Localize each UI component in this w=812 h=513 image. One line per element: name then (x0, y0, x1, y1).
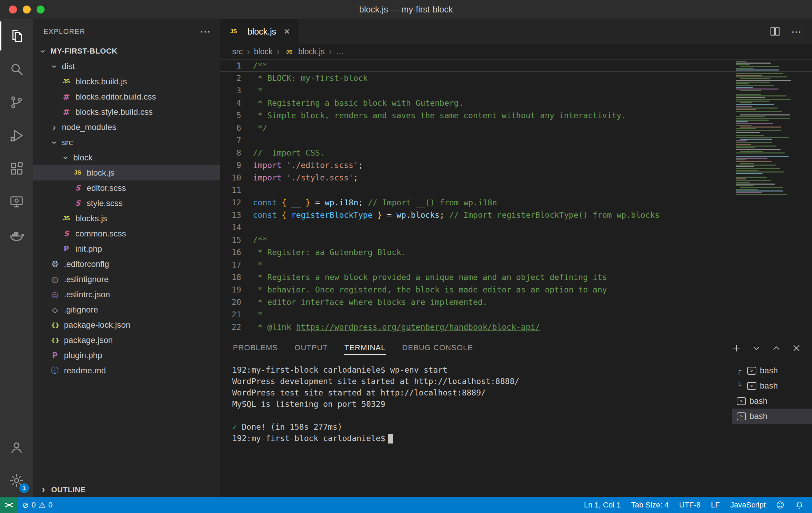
tree-item[interactable]: #blocks.editor.build.css (33, 89, 220, 104)
activity-explorer-button[interactable] (0, 19, 33, 53)
code-line[interactable]: 20 * editor interface where blocks are i… (220, 296, 812, 308)
tree-item[interactable]: Pinit.php (33, 241, 220, 256)
code-line[interactable]: 5 * Simple block, renders and saves the … (220, 109, 812, 122)
line-text: * editor interface where blocks are impl… (253, 296, 488, 308)
tree-item[interactable]: #blocks.style.build.css (33, 104, 220, 120)
tree-item[interactable]: ›block (33, 150, 220, 165)
code-line[interactable]: 21 * (220, 308, 812, 321)
remote-indicator[interactable]: >< (0, 497, 17, 513)
code-line[interactable]: 4 * Registering a basic block with Guten… (220, 97, 812, 109)
breadcrumb-item-file[interactable]: block.js (298, 47, 325, 56)
terminal-list-item[interactable]: >bash (732, 409, 812, 424)
close-tab-icon[interactable]: × (284, 26, 290, 37)
new-terminal-plus-icon[interactable] (731, 343, 742, 353)
editor-more-actions-icon[interactable]: ⋯ (791, 26, 802, 38)
tree-item[interactable]: JSblocks.build.js (33, 74, 220, 89)
code-line[interactable]: 3 * (220, 84, 812, 97)
minimize-window-button[interactable] (23, 6, 31, 13)
activity-accounts-button[interactable] (0, 431, 33, 464)
tree-item[interactable]: ⓘreadme.md (33, 363, 220, 378)
code-line[interactable]: 19 * behavior. Once registered, the bloc… (220, 283, 812, 296)
terminal-list-item[interactable]: >bash (732, 393, 812, 409)
code-line[interactable]: 2 * BLOCK: my-first-block (220, 72, 812, 84)
close-window-button[interactable] (9, 6, 17, 13)
breadcrumb-item-symbol[interactable]: … (336, 47, 344, 56)
tree-item[interactable]: ›node_modules (33, 120, 220, 135)
outline-section[interactable]: › OUTLINE (33, 482, 220, 497)
activity-remote-explorer-button[interactable] (0, 185, 33, 218)
zoom-window-button[interactable] (37, 6, 45, 13)
code-line[interactable]: 17 * (220, 259, 812, 271)
feedback-smiley-icon[interactable]: ☺ (771, 497, 790, 513)
tree-item[interactable]: ◇.gitignore (33, 302, 220, 317)
run-debug-icon (9, 128, 25, 143)
tree-item[interactable]: {}package-lock.json (33, 317, 220, 333)
breadcrumb-item-src[interactable]: src (232, 47, 243, 56)
tree-item[interactable]: Scommon.scss (33, 226, 220, 241)
split-editor-icon[interactable] (769, 26, 781, 37)
line-number: 11 (220, 184, 253, 196)
panel-tab-terminal[interactable]: TERMINAL (344, 341, 386, 355)
breadcrumb-item-block[interactable]: block (254, 47, 273, 56)
activity-search-button[interactable] (0, 53, 33, 86)
code-line[interactable]: 15/** (220, 234, 812, 246)
tree-item[interactable]: ◎.eslintignore (33, 272, 220, 287)
tree-item[interactable]: ›MY-FIRST-BLOCK (33, 44, 220, 59)
activity-extensions-button[interactable] (0, 152, 33, 185)
cursor-position[interactable]: Ln 1, Col 1 (579, 497, 626, 513)
tree-item[interactable]: Sstyle.scss (33, 196, 220, 211)
tree-item[interactable]: Pplugin.php (33, 348, 220, 363)
code-line[interactable]: 16 * Register: aa Gutenberg Block. (220, 246, 812, 259)
close-panel-icon[interactable] (791, 343, 802, 353)
code-line[interactable]: 9import './editor.scss'; (220, 159, 812, 171)
activity-run-debug-button[interactable] (0, 119, 33, 152)
line-number: 9 (220, 159, 253, 171)
minimap[interactable] (735, 61, 803, 196)
problems-indicator[interactable]: ⊘ 0 ⚠ 0 (17, 497, 58, 513)
code-line[interactable]: 8// Import CSS. (220, 147, 812, 159)
chevron-icon: › (38, 46, 48, 56)
tree-item[interactable]: ⚙.editorconfig (33, 256, 220, 272)
code-line[interactable]: 6 */ (220, 122, 812, 134)
notifications-bell-icon[interactable] (790, 497, 809, 513)
activity-docker-button[interactable] (0, 218, 33, 252)
tree-item-label: package.json (64, 335, 113, 345)
code-line[interactable]: 1/** (220, 59, 812, 72)
terminal-list-item[interactable]: ┌>bash (732, 363, 812, 378)
terminal-dropdown-chevron-icon[interactable] (751, 343, 762, 353)
code-line[interactable]: 14 (220, 221, 812, 234)
tree-item[interactable]: ◎.eslintrc.json (33, 287, 220, 302)
tree-item[interactable]: JSblock.js (33, 165, 220, 180)
code-line[interactable]: 10import './style.scss'; (220, 171, 812, 184)
code-line[interactable]: 18 * Registers a new block provided a un… (220, 271, 812, 283)
panel-tab-output[interactable]: OUTPUT (294, 341, 328, 355)
tab-size-indicator[interactable]: Tab Size: 4 (626, 497, 674, 513)
tree-item[interactable]: Seditor.scss (33, 180, 220, 196)
tree-item-label: src (62, 138, 73, 147)
language-mode[interactable]: JavaScript (725, 497, 771, 513)
tree-item-label: MY-FIRST-BLOCK (50, 47, 117, 56)
editor-actions: ⋯ (769, 19, 812, 44)
code-line[interactable]: 12const { __ } = wp.i18n; // Import __()… (220, 196, 812, 209)
tree-item[interactable]: JSblocks.js (33, 211, 220, 226)
terminal-output[interactable]: 192:my-first-block carlodaniele$ wp-env … (220, 359, 732, 497)
editor-group: JS block.js × ⋯ src › block › JS block.j… (220, 19, 812, 497)
eol-indicator[interactable]: LF (706, 497, 725, 513)
tree-item[interactable]: ›dist (33, 59, 220, 74)
panel-tab-problems[interactable]: PROBLEMS (232, 341, 278, 355)
encoding-indicator[interactable]: UTF-8 (674, 497, 706, 513)
code-line[interactable]: 11 (220, 184, 812, 196)
activity-source-control-button[interactable] (0, 86, 33, 119)
code-line[interactable]: 7 (220, 134, 812, 147)
tree-item[interactable]: ›src (33, 135, 220, 150)
terminal-list-item[interactable]: └>bash (732, 378, 812, 393)
maximize-panel-chevron-icon[interactable] (771, 343, 782, 353)
code-editor[interactable]: 1/**2 * BLOCK: my-first-block3 *4 * Regi… (220, 59, 812, 337)
tree-item[interactable]: {}package.json (33, 333, 220, 348)
panel-tab-debug-console[interactable]: DEBUG CONSOLE (402, 341, 474, 355)
activity-settings-button[interactable]: 1 (0, 464, 33, 497)
code-line[interactable]: 13const { registerBlockType } = wp.block… (220, 209, 812, 221)
tab-block-js[interactable]: JS block.js × (220, 19, 299, 44)
explorer-more-actions-icon[interactable]: ⋯ (200, 26, 211, 37)
code-line[interactable]: 22 * @link https://wordpress.org/gutenbe… (220, 321, 812, 333)
